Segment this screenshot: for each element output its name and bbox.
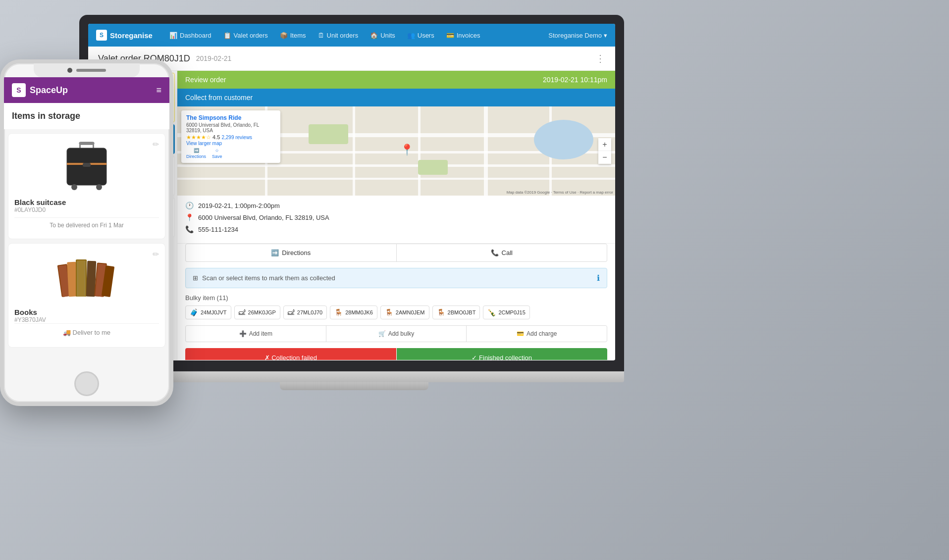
- bulky-item-2[interactable]: 🛋 27ML0J70: [283, 305, 327, 319]
- nav-item-dashboard[interactable]: 📊 Dashboard: [163, 24, 217, 47]
- svg-rect-13: [77, 260, 86, 297]
- unit-orders-icon: 🗓: [318, 32, 324, 39]
- nav-brand: S Storeganise: [96, 30, 156, 41]
- scan-info-icon: ℹ: [597, 273, 600, 283]
- books-id: #Y3B70JAV: [14, 316, 159, 323]
- map-attribution: Map data ©2019 Google · Terms of Use · R…: [507, 190, 613, 195]
- finished-collection-button[interactable]: ✓ Finished collection: [397, 348, 608, 360]
- zoom-in-button[interactable]: +: [598, 138, 611, 151]
- add-bulky-label: Add bulky: [388, 330, 415, 337]
- dashboard-icon: 📊: [169, 32, 177, 39]
- review-order-header: Review order 2019-02-21 10:11pm: [177, 71, 615, 89]
- nav-invoices-label: Invoices: [457, 32, 480, 39]
- bulky-code-2: 27ML0J70: [297, 309, 322, 315]
- nav-users-label: Users: [418, 32, 434, 39]
- svg-point-6: [71, 184, 77, 190]
- location-rating: ★★★★☆ 4.5 2,299 reviews: [186, 134, 275, 141]
- fail-label: ✗ Collection failed: [264, 354, 317, 360]
- phone-home-button[interactable]: [74, 371, 99, 396]
- location-reviews: 2,299 reviews: [221, 135, 252, 140]
- bulky-icon-5: 🪑: [437, 308, 445, 316]
- nav-item-unit-orders[interactable]: 🗓 Unit orders: [312, 24, 365, 47]
- phone-menu-button[interactable]: ≡: [156, 85, 161, 96]
- collect-header: Collect from customer: [177, 89, 615, 106]
- qr-icon: ⊞: [193, 274, 198, 282]
- bulky-icon-4: 🪑: [385, 308, 393, 316]
- bulky-code-4: 2AMN0JEM: [396, 309, 425, 315]
- edit-icon-suitcase[interactable]: ✏: [153, 140, 159, 149]
- bulky-code-3: 28MM0JK6: [345, 309, 373, 315]
- bulky-item-4[interactable]: 🪑 2AMN0JEM: [380, 305, 429, 319]
- phone-items-title: Items in storage: [12, 111, 80, 121]
- phone-app-header: S SpaceUp ≡: [4, 77, 169, 103]
- bulky-item-1[interactable]: 🛋 26MK0JGP: [234, 305, 280, 319]
- view-larger-map-link[interactable]: View larger map: [186, 141, 275, 146]
- directions-button[interactable]: ➡️ Directions: [186, 244, 396, 261]
- map-background: 📍 The Simpsons Ride 6000 Universal Blvd,…: [177, 106, 615, 196]
- directions-icon: ➡️: [271, 249, 279, 256]
- location-name: The Simpsons Ride: [186, 114, 275, 121]
- phone-content: S SpaceUp ≡ Items in storage ✏: [4, 77, 169, 371]
- invoices-icon: 💳: [446, 32, 454, 39]
- call-button[interactable]: 📞 Call: [397, 244, 607, 261]
- svg-point-7: [96, 184, 102, 190]
- suitcase-title: Black suitcase: [14, 198, 159, 206]
- bulky-icon-3: 🪑: [334, 308, 343, 316]
- phone-logo: S SpaceUp: [12, 83, 68, 97]
- nav-item-users[interactable]: 👥 Users: [401, 24, 440, 47]
- bulky-items-list: 🧳 24MJ0JVT 🛋 26MK0JGP 🛋 27ML0J70: [185, 305, 607, 319]
- books-title: Books: [14, 308, 159, 316]
- brand-name: Storeganise: [110, 31, 153, 40]
- zoom-out-button[interactable]: −: [598, 151, 611, 164]
- add-bulky-button[interactable]: 🛒 Add bulky: [326, 326, 467, 342]
- review-order-label: Review order: [185, 76, 226, 84]
- nav-valet-label: Valet orders: [234, 32, 268, 39]
- datetime-value: 2019-02-21, 1:00pm-2:00pm: [198, 202, 280, 209]
- brand-icon: S: [96, 30, 107, 41]
- map-save-action[interactable]: ☆ Save: [212, 148, 222, 159]
- bulky-item-6[interactable]: 🍾 2CMP0J15: [483, 305, 529, 319]
- more-options-button[interactable]: ⋮: [595, 52, 605, 64]
- nav-user[interactable]: Storeganise Demo ▾: [548, 32, 607, 39]
- nav-item-invoices[interactable]: 💳 Invoices: [440, 24, 486, 47]
- detail-address: 📍 6000 Universal Blvd, Orlando, FL 32819…: [185, 213, 607, 221]
- map-actions: ➡️ Directions ☆ Save: [186, 148, 275, 159]
- add-buttons-row: ➕ Add item 🛒 Add bulky 💳 Add charge: [185, 325, 607, 342]
- location-icon: 📍: [185, 213, 194, 221]
- add-item-label: Add item: [249, 330, 272, 337]
- bulky-code-6: 2CMP0J15: [498, 309, 525, 315]
- add-item-button[interactable]: ➕ Add item: [186, 326, 326, 342]
- edit-icon-books[interactable]: ✏: [153, 250, 159, 259]
- user-name: Storeganise Demo: [548, 32, 602, 39]
- add-charge-button[interactable]: 💳 Add charge: [467, 326, 607, 342]
- items-icon: 📦: [280, 32, 288, 39]
- phone-item-suitcase: ✏: [8, 133, 165, 239]
- map-directions-label: Directions: [186, 154, 206, 159]
- users-icon: 👥: [407, 32, 415, 39]
- phone-app-name: SpaceUp: [30, 85, 68, 96]
- scan-bar-left: ⊞ Scan or select items to mark them as c…: [193, 274, 335, 282]
- phone-item-books: ✏: [8, 243, 165, 348]
- bulky-code-5: 2BMO0JBT: [448, 309, 476, 315]
- detail-datetime: 🕐 2019-02-21, 1:00pm-2:00pm: [185, 202, 607, 209]
- bulky-item-3[interactable]: 🪑 28MM0JK6: [330, 305, 377, 319]
- nav-item-valet-orders[interactable]: 📋 Valet orders: [217, 24, 274, 47]
- suitcase-id: #0LAY0JD0: [14, 206, 159, 213]
- nav-item-units[interactable]: 🏠 Units: [364, 24, 401, 47]
- bulky-item-5[interactable]: 🪑 2BMO0JBT: [432, 305, 480, 319]
- call-label: Call: [502, 249, 513, 256]
- call-icon: 📞: [491, 249, 499, 256]
- map-directions-action[interactable]: ➡️ Directions: [186, 148, 206, 159]
- svg-rect-2: [93, 142, 94, 148]
- bulky-code-1: 26MK0JGP: [248, 309, 276, 315]
- phone-logo-icon: S: [12, 83, 26, 97]
- add-item-icon: ➕: [239, 330, 247, 337]
- phone-speaker: [76, 69, 106, 72]
- bulky-item-0[interactable]: 🧳 24MJ0JVT: [185, 305, 231, 319]
- nav-item-items[interactable]: 📦 Items: [274, 24, 312, 47]
- collection-failed-button[interactable]: ✗ Collection failed: [185, 348, 396, 360]
- detail-phone: 📞 555-111-1234: [185, 225, 607, 233]
- bottom-actions: ✗ Collection failed ✓ Finished collectio…: [185, 348, 607, 360]
- svg-rect-8: [83, 163, 91, 167]
- deliver-button[interactable]: 🚚 Deliver to me: [14, 323, 159, 341]
